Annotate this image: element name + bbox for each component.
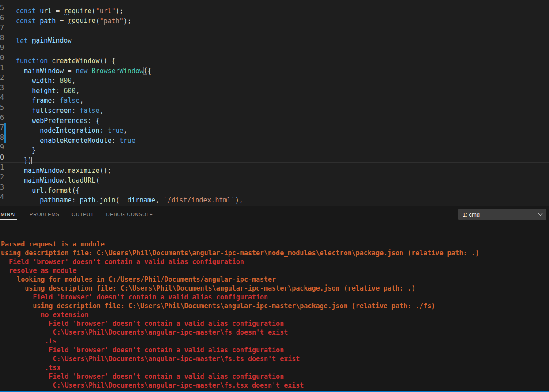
code-line[interactable]: 3 url.format({ bbox=[0, 183, 549, 193]
line-number: 0 bbox=[0, 53, 4, 63]
code-line[interactable]: 7 bbox=[0, 23, 549, 33]
indent-guide bbox=[24, 73, 24, 153]
line-number: 1 bbox=[0, 63, 4, 73]
code-token: ), bbox=[235, 196, 243, 204]
terminal-line: using description file: C:\Users\Phil\Do… bbox=[1, 302, 549, 310]
line-number: 4 bbox=[0, 93, 4, 103]
modified-lines-indicator bbox=[4, 123, 6, 143]
terminal-line: looking for modules in C:/Users/Phil/Doc… bbox=[1, 275, 549, 284]
line-number: 9 bbox=[0, 43, 4, 53]
code-line[interactable]: 6const path = require("path"); bbox=[0, 13, 549, 23]
code-token: ( bbox=[116, 196, 120, 204]
code-line[interactable]: 8 enableRemoteModule: true bbox=[0, 133, 549, 143]
indent-guide bbox=[24, 183, 24, 202]
line-number: 7 bbox=[0, 123, 4, 133]
line-number: 0 bbox=[0, 153, 4, 163]
code-token: , bbox=[155, 196, 163, 204]
code-line[interactable]: 1 mainWindow.maximize(); bbox=[0, 163, 549, 173]
code-token: join bbox=[100, 196, 116, 204]
line-number: 5 bbox=[0, 103, 4, 113]
line-number: 2 bbox=[0, 172, 4, 183]
code-line[interactable]: 8let mainWindow bbox=[0, 33, 549, 43]
panel-tab-debug-console[interactable]: DEBUG CONSOLE bbox=[106, 209, 153, 220]
code-line[interactable]: 5 fullscreen: false, bbox=[0, 103, 549, 113]
line-number: 3 bbox=[0, 83, 4, 93]
code-line[interactable]: 9 } bbox=[0, 142, 549, 153]
bottom-panel: TERMINALPROBLEMSOUTPUTDEBUG CONSOLE 1: c… bbox=[0, 206, 549, 391]
code-token: . bbox=[96, 196, 100, 204]
code-line[interactable]: 7 nodeIntegration: true, bbox=[0, 123, 549, 133]
indent-guide bbox=[32, 123, 32, 142]
code-token: __dirname bbox=[120, 196, 155, 204]
panel-tab-bar: TERMINALPROBLEMSOUTPUTDEBUG CONSOLE bbox=[0, 209, 153, 220]
line-number: 6 bbox=[0, 113, 4, 123]
code-line[interactable]: 6 webPreferences: { bbox=[0, 113, 549, 123]
terminal-line: .tsx bbox=[1, 363, 549, 372]
code-token: pathname bbox=[40, 196, 71, 204]
code-token: path bbox=[80, 196, 96, 204]
terminal-line: using description file: C:\Users\Phil\Do… bbox=[1, 284, 549, 293]
panel-tab-terminal[interactable]: TERMINAL bbox=[0, 209, 17, 220]
line-number: 3 bbox=[0, 183, 4, 193]
panel-header: TERMINALPROBLEMSOUTPUTDEBUG CONSOLE 1: c… bbox=[0, 206, 549, 222]
terminal-line: .ts bbox=[1, 337, 549, 346]
panel-tab-output[interactable]: OUTPUT bbox=[72, 209, 94, 220]
code-line[interactable]: 2 width: 800, bbox=[0, 73, 549, 83]
line-number: 2 bbox=[0, 73, 4, 83]
terminal-line: Parsed request is a module bbox=[1, 240, 549, 249]
line-number: 7 bbox=[0, 23, 4, 33]
code-line[interactable]: 9 bbox=[0, 43, 549, 53]
code-line[interactable]: 1 mainWindow = new BrowserWindow({ bbox=[0, 63, 549, 73]
code-lines-container: 5const url = require("url");6const path … bbox=[0, 3, 549, 202]
terminal-line: Field 'browser' doesn't contain a valid … bbox=[1, 258, 549, 266]
terminal-selector-value: 1: cmd bbox=[463, 211, 480, 218]
vscode-window: 5const url = require("url");6const path … bbox=[0, 0, 549, 392]
terminal-line: Field 'browser' doesn't contain a valid … bbox=[1, 293, 549, 302]
line-number: 8 bbox=[0, 33, 4, 43]
terminal-line: C:\Users\Phil\Documents\angular-ipc-mast… bbox=[1, 355, 549, 363]
terminal-line: no extension bbox=[1, 310, 549, 319]
terminal-line: using description file: C:\Users\Phil\Do… bbox=[1, 249, 549, 258]
line-number: 1 bbox=[0, 163, 4, 173]
line-number: 5 bbox=[0, 3, 4, 13]
line-number: 4 bbox=[0, 192, 4, 202]
terminal-selector-dropdown[interactable]: 1: cmd bbox=[458, 209, 546, 220]
terminal-line: resolve as module bbox=[1, 266, 549, 275]
terminal-line: Field 'browser' doesn't contain a valid … bbox=[1, 319, 549, 328]
code-line[interactable]: 0 }) bbox=[0, 153, 549, 163]
terminal-output[interactable]: Parsed request is a moduleusing descript… bbox=[0, 222, 549, 390]
code-line[interactable]: 2 mainWindow.loadURL( bbox=[0, 172, 549, 183]
code-line[interactable]: 0function createWindow() { bbox=[0, 53, 549, 63]
panel-tab-problems[interactable]: PROBLEMS bbox=[30, 209, 60, 220]
code-line[interactable]: 4 frame: false, bbox=[0, 93, 549, 103]
line-number: 6 bbox=[0, 13, 4, 23]
code-line[interactable]: 5const url = require("url"); bbox=[0, 3, 549, 13]
code-token bbox=[16, 196, 40, 204]
code-line[interactable]: 3 height: 600, bbox=[0, 83, 549, 93]
terminal-line: C:\Users\Phil\Documents\angular-ipc-mast… bbox=[1, 328, 549, 337]
code-editor[interactable]: 5const url = require("url");6const path … bbox=[0, 0, 549, 206]
chevron-down-icon bbox=[538, 211, 543, 216]
terminal-line: Field 'browser' doesn't contain a valid … bbox=[1, 372, 549, 381]
code-token: : bbox=[71, 196, 79, 204]
code-token: `/dist/index.html` bbox=[163, 196, 235, 204]
line-number: 8 bbox=[0, 133, 4, 143]
terminal-line: C:\Users\Phil\Documents\angular-ipc-mast… bbox=[1, 381, 549, 390]
terminal-line: Field 'browser' doesn't contain a valid … bbox=[1, 346, 549, 355]
line-number: 9 bbox=[0, 142, 4, 153]
code-line[interactable]: 4 pathname: path.join(__dirname, `/dist/… bbox=[0, 192, 549, 202]
